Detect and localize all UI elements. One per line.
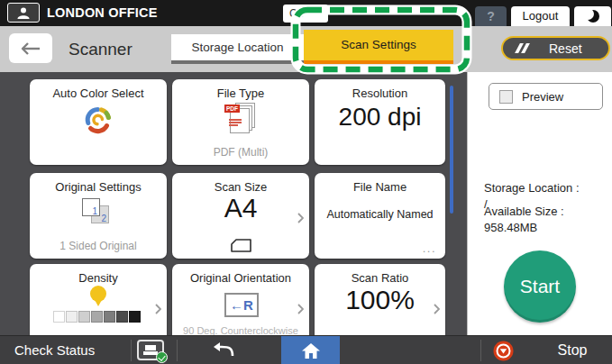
chevron-right-icon (297, 213, 304, 223)
pdf-file-icon: PDF (226, 103, 255, 135)
tile-subtext: 1 Sided Original (30, 240, 167, 252)
top-status-bar: LONDON OFFICE Ch ? Logout (0, 0, 612, 26)
tile-title: File Name (315, 180, 445, 194)
pdf-badge: PDF (224, 105, 240, 113)
stop-icon[interactable] (493, 341, 514, 361)
tile-title: Auto Color Select (30, 86, 167, 100)
density-scale-icon (53, 286, 143, 335)
preview-checkbox[interactable] (499, 90, 513, 104)
person-icon (16, 6, 31, 20)
tile-scan-ratio[interactable]: Scan Ratio 100% (315, 264, 445, 335)
paper-landscape-icon (231, 239, 251, 252)
divider (131, 340, 132, 361)
available-size-label: Available Size : (484, 205, 564, 218)
density-marker (90, 286, 106, 302)
double-slash-icon (517, 41, 529, 56)
scanner-touch-screen: LONDON OFFICE Ch ? Logout Scanner Storag… (0, 0, 612, 364)
tile-title: Original Orientation (172, 271, 309, 285)
tile-title: Original Settings (30, 180, 167, 194)
logged-in-user-name: LONDON OFFICE (47, 0, 158, 26)
back-button[interactable] (9, 33, 52, 63)
tile-title: Scan Size (172, 180, 309, 194)
tab-storage-location[interactable]: Storage Location (171, 34, 304, 64)
stop-button[interactable]: Stop (541, 336, 604, 364)
back-nav-icon[interactable] (211, 341, 236, 359)
tile-resolution[interactable]: Resolution 200 dpi (315, 79, 445, 165)
home-icon (301, 342, 321, 359)
app-header: Scanner Storage Location Scan Settings R… (0, 26, 612, 72)
reset-label: Reset (549, 41, 582, 56)
check-status-button[interactable]: Check Status (14, 336, 95, 364)
bottom-nav-bar: Check Status Stop (0, 335, 612, 364)
tile-title: Resolution (315, 86, 445, 100)
moon-icon (587, 10, 599, 23)
tile-scan-size[interactable]: Scan Size A4 (172, 173, 309, 259)
divider (480, 340, 481, 361)
start-label: Start (520, 276, 560, 297)
machine-status-icon[interactable] (137, 340, 164, 360)
scan-ratio-value: 100% (315, 285, 445, 315)
start-button[interactable]: Start (504, 250, 576, 323)
status-ok-badge (156, 351, 168, 363)
tab-scan-settings[interactable]: Scan Settings (304, 30, 453, 64)
tile-original-settings[interactable]: Original Settings 2 1 1 Sided Original (30, 173, 167, 259)
color-swirl-icon (82, 104, 114, 136)
divider (177, 340, 178, 361)
resolution-value: 200 dpi (315, 103, 445, 132)
page-title: Scanner (69, 26, 132, 72)
tile-file-type[interactable]: File Type PDF PDF (Multi) (172, 79, 309, 165)
tile-title: Density (30, 271, 167, 285)
user-icon[interactable] (7, 3, 40, 23)
tile-auto-color-select[interactable]: Auto Color Select (30, 79, 167, 165)
preview-toggle-button[interactable]: Preview (489, 83, 603, 110)
tile-title: Scan Ratio (315, 271, 445, 285)
scan-settings-panel: Auto Color Select File Type PDF PDF (Mul… (0, 72, 612, 335)
tile-subtext: PDF (Multi) (172, 146, 309, 159)
tile-title: File Type (172, 86, 309, 100)
reset-button[interactable]: Reset (501, 36, 610, 60)
tile-density[interactable]: Density (30, 264, 167, 335)
readable-orientation-icon: ←R (224, 293, 259, 317)
partially-hidden-button[interactable]: Ch (283, 5, 328, 23)
sided-pages-icon: 2 1 (82, 198, 114, 227)
chevron-right-icon (155, 304, 161, 314)
chevron-right-icon (434, 304, 440, 314)
energy-saver-button[interactable] (574, 6, 611, 26)
side-panel: Preview Storage Location : / Available S… (467, 72, 612, 335)
available-size-value: 958.48MB (484, 221, 537, 234)
tile-file-name[interactable]: File Name Automatically Named ... (315, 173, 445, 259)
back-arrow-icon (20, 41, 41, 56)
more-dots: ... (423, 241, 436, 255)
home-nav-button[interactable] (281, 336, 340, 364)
logout-button[interactable]: Logout (511, 6, 570, 26)
tile-original-orientation[interactable]: Original Orientation ←R 90 Deg. Counterc… (172, 264, 309, 335)
storage-location-label: Storage Location : (484, 181, 580, 195)
help-button[interactable]: ? (475, 6, 507, 26)
file-name-value: Automatically Named (315, 208, 445, 221)
scan-size-value: A4 (172, 193, 309, 223)
tile-subtext: 90 Deg. Counterclockwise (172, 325, 309, 335)
scrollbar-thumb[interactable] (450, 86, 453, 214)
chevron-right-icon (297, 304, 304, 314)
preview-label: Preview (522, 90, 563, 104)
